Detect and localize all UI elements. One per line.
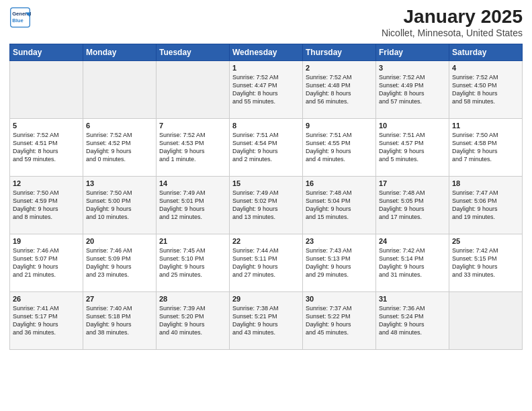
day-info: Sunrise: 7:41 AM Sunset: 5:17 PM Dayligh… xyxy=(13,304,80,337)
day-info: Sunrise: 7:49 AM Sunset: 5:02 PM Dayligh… xyxy=(232,189,300,222)
day-cell: 12Sunrise: 7:50 AM Sunset: 4:59 PM Dayli… xyxy=(10,176,83,234)
day-cell: 31Sunrise: 7:36 AM Sunset: 5:24 PM Dayli… xyxy=(376,291,449,349)
day-info: Sunrise: 7:45 AM Sunset: 5:10 PM Dayligh… xyxy=(159,246,226,279)
day-info: Sunrise: 7:52 AM Sunset: 4:50 PM Dayligh… xyxy=(452,73,519,106)
day-number: 17 xyxy=(379,179,446,187)
day-cell: 11Sunrise: 7:50 AM Sunset: 4:58 PM Dayli… xyxy=(449,118,523,176)
day-number: 18 xyxy=(452,179,519,187)
day-cell: 1Sunrise: 7:52 AM Sunset: 4:47 PM Daylig… xyxy=(230,60,303,118)
day-info: Sunrise: 7:51 AM Sunset: 4:57 PM Dayligh… xyxy=(379,131,446,164)
week-row-4: 26Sunrise: 7:41 AM Sunset: 5:17 PM Dayli… xyxy=(10,291,523,349)
day-number: 20 xyxy=(86,237,153,245)
day-cell: 6Sunrise: 7:52 AM Sunset: 4:52 PM Daylig… xyxy=(83,118,157,176)
day-info: Sunrise: 7:52 AM Sunset: 4:51 PM Dayligh… xyxy=(13,131,80,164)
day-info: Sunrise: 7:52 AM Sunset: 4:47 PM Dayligh… xyxy=(232,73,300,106)
week-row-2: 12Sunrise: 7:50 AM Sunset: 4:59 PM Dayli… xyxy=(10,176,523,234)
day-cell: 26Sunrise: 7:41 AM Sunset: 5:17 PM Dayli… xyxy=(10,291,83,349)
day-number: 19 xyxy=(13,237,80,245)
page: General Blue January 2025 Nicollet, Minn… xyxy=(0,0,532,411)
calendar-subtitle: Nicollet, Minnesota, United States xyxy=(382,28,523,38)
day-number: 29 xyxy=(232,295,300,303)
day-cell xyxy=(157,60,230,118)
day-info: Sunrise: 7:37 AM Sunset: 5:22 PM Dayligh… xyxy=(306,304,373,337)
day-cell xyxy=(10,60,83,118)
calendar-table: Sunday Monday Tuesday Wednesday Thursday… xyxy=(9,44,523,350)
day-info: Sunrise: 7:42 AM Sunset: 5:14 PM Dayligh… xyxy=(379,246,446,279)
col-tuesday: Tuesday xyxy=(157,44,230,60)
day-info: Sunrise: 7:38 AM Sunset: 5:21 PM Dayligh… xyxy=(232,304,300,337)
day-cell: 4Sunrise: 7:52 AM Sunset: 4:50 PM Daylig… xyxy=(449,60,523,118)
day-number: 25 xyxy=(452,237,519,245)
day-info: Sunrise: 7:52 AM Sunset: 4:49 PM Dayligh… xyxy=(379,73,446,106)
col-friday: Friday xyxy=(376,44,449,60)
day-number: 4 xyxy=(452,64,519,72)
day-cell: 9Sunrise: 7:51 AM Sunset: 4:55 PM Daylig… xyxy=(303,118,376,176)
day-number: 22 xyxy=(232,237,300,245)
day-cell: 16Sunrise: 7:48 AM Sunset: 5:04 PM Dayli… xyxy=(303,176,376,234)
day-info: Sunrise: 7:47 AM Sunset: 5:06 PM Dayligh… xyxy=(452,189,519,222)
day-info: Sunrise: 7:52 AM Sunset: 4:53 PM Dayligh… xyxy=(159,131,226,164)
day-number: 14 xyxy=(159,179,226,187)
day-number: 3 xyxy=(379,64,446,72)
day-number: 23 xyxy=(306,237,373,245)
day-number: 16 xyxy=(306,179,373,187)
day-info: Sunrise: 7:52 AM Sunset: 4:48 PM Dayligh… xyxy=(306,73,373,106)
day-cell: 17Sunrise: 7:48 AM Sunset: 5:05 PM Dayli… xyxy=(376,176,449,234)
day-info: Sunrise: 7:50 AM Sunset: 4:58 PM Dayligh… xyxy=(452,131,519,164)
day-number: 24 xyxy=(379,237,446,245)
day-info: Sunrise: 7:51 AM Sunset: 4:54 PM Dayligh… xyxy=(232,131,300,164)
day-cell: 20Sunrise: 7:46 AM Sunset: 5:09 PM Dayli… xyxy=(83,234,157,291)
day-cell: 15Sunrise: 7:49 AM Sunset: 5:02 PM Dayli… xyxy=(230,176,303,234)
day-cell xyxy=(83,60,157,118)
day-info: Sunrise: 7:42 AM Sunset: 5:15 PM Dayligh… xyxy=(452,246,519,279)
day-cell: 29Sunrise: 7:38 AM Sunset: 5:21 PM Dayli… xyxy=(230,291,303,349)
day-cell: 23Sunrise: 7:43 AM Sunset: 5:13 PM Dayli… xyxy=(303,234,376,291)
day-number: 6 xyxy=(86,122,153,130)
day-cell: 2Sunrise: 7:52 AM Sunset: 4:48 PM Daylig… xyxy=(303,60,376,118)
day-info: Sunrise: 7:51 AM Sunset: 4:55 PM Dayligh… xyxy=(306,131,373,164)
day-number: 21 xyxy=(159,237,226,245)
day-info: Sunrise: 7:49 AM Sunset: 5:01 PM Dayligh… xyxy=(159,189,226,222)
day-cell: 10Sunrise: 7:51 AM Sunset: 4:57 PM Dayli… xyxy=(376,118,449,176)
day-number: 1 xyxy=(232,64,300,72)
day-cell: 7Sunrise: 7:52 AM Sunset: 4:53 PM Daylig… xyxy=(157,118,230,176)
day-number: 12 xyxy=(13,179,80,187)
day-cell: 3Sunrise: 7:52 AM Sunset: 4:49 PM Daylig… xyxy=(376,60,449,118)
title-block: January 2025 Nicollet, Minnesota, United… xyxy=(382,7,523,38)
day-info: Sunrise: 7:48 AM Sunset: 5:05 PM Dayligh… xyxy=(379,189,446,222)
col-sunday: Sunday xyxy=(10,44,83,60)
day-info: Sunrise: 7:46 AM Sunset: 5:07 PM Dayligh… xyxy=(13,246,80,279)
day-number: 13 xyxy=(86,179,153,187)
day-cell: 18Sunrise: 7:47 AM Sunset: 5:06 PM Dayli… xyxy=(449,176,523,234)
day-number: 30 xyxy=(306,295,373,303)
day-cell: 19Sunrise: 7:46 AM Sunset: 5:07 PM Dayli… xyxy=(10,234,83,291)
calendar-header-row: Sunday Monday Tuesday Wednesday Thursday… xyxy=(10,44,523,60)
day-number: 26 xyxy=(13,295,80,303)
day-number: 5 xyxy=(13,122,80,130)
day-number: 9 xyxy=(306,122,373,130)
day-info: Sunrise: 7:48 AM Sunset: 5:04 PM Dayligh… xyxy=(306,189,373,222)
week-row-1: 5Sunrise: 7:52 AM Sunset: 4:51 PM Daylig… xyxy=(10,118,523,176)
day-number: 15 xyxy=(232,179,300,187)
col-thursday: Thursday xyxy=(303,44,376,60)
day-cell: 25Sunrise: 7:42 AM Sunset: 5:15 PM Dayli… xyxy=(449,234,523,291)
day-number: 11 xyxy=(452,122,519,130)
day-info: Sunrise: 7:46 AM Sunset: 5:09 PM Dayligh… xyxy=(86,246,153,279)
logo: General Blue xyxy=(9,7,31,28)
calendar-title: January 2025 xyxy=(382,7,523,28)
day-number: 28 xyxy=(159,295,226,303)
day-info: Sunrise: 7:39 AM Sunset: 5:20 PM Dayligh… xyxy=(159,304,226,337)
day-number: 2 xyxy=(306,64,373,72)
day-info: Sunrise: 7:36 AM Sunset: 5:24 PM Dayligh… xyxy=(379,304,446,337)
day-info: Sunrise: 7:50 AM Sunset: 5:00 PM Dayligh… xyxy=(86,189,153,222)
day-number: 8 xyxy=(232,122,300,130)
day-number: 7 xyxy=(159,122,226,130)
day-info: Sunrise: 7:43 AM Sunset: 5:13 PM Dayligh… xyxy=(306,246,373,279)
logo-icon: General Blue xyxy=(9,7,31,28)
week-row-3: 19Sunrise: 7:46 AM Sunset: 5:07 PM Dayli… xyxy=(10,234,523,291)
day-cell: 13Sunrise: 7:50 AM Sunset: 5:00 PM Dayli… xyxy=(83,176,157,234)
day-number: 10 xyxy=(379,122,446,130)
day-number: 27 xyxy=(86,295,153,303)
day-cell: 27Sunrise: 7:40 AM Sunset: 5:18 PM Dayli… xyxy=(83,291,157,349)
day-info: Sunrise: 7:44 AM Sunset: 5:11 PM Dayligh… xyxy=(232,246,300,279)
